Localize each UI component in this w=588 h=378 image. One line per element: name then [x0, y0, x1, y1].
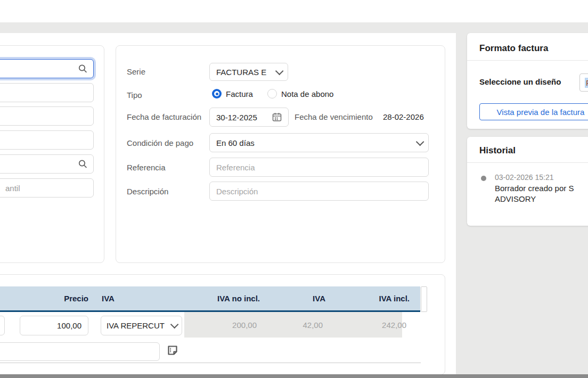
line-iva-select[interactable]: IVA REPERCUT — [101, 316, 182, 335]
line-note-input[interactable] — [0, 342, 160, 361]
chevron-down-icon — [416, 137, 424, 146]
condicion-pago-value: En 60 días — [216, 138, 255, 147]
col-iva-no-incl: IVA no incl. — [185, 286, 260, 310]
descripcion-label: Descripción — [127, 187, 168, 196]
historial-title: Historial — [479, 145, 516, 156]
customer-field-6[interactable]: antil — [0, 178, 94, 198]
search-icon — [78, 64, 87, 73]
table-scrollbar-gutter[interactable] — [421, 286, 427, 312]
tipo-factura-label: Factura — [226, 89, 253, 98]
divider — [467, 162, 588, 163]
referencia-input[interactable] — [209, 158, 429, 177]
search-icon — [78, 160, 87, 169]
formato-factura-title: Formato factura — [479, 43, 548, 54]
history-text-line2: ADVISORY — [495, 194, 536, 203]
serie-label: Serie — [127, 67, 145, 76]
radio-selected-icon — [212, 89, 222, 98]
col-iva: IVA — [102, 286, 134, 310]
fecha-vencimiento-label: Fecha de vencimiento — [295, 112, 373, 121]
col-iva-2: IVA — [251, 286, 325, 310]
radio-unselected-icon — [267, 89, 277, 98]
customer-search-input[interactable] — [0, 59, 94, 78]
descripcion-input[interactable] — [209, 182, 429, 201]
tipo-label: Tipo — [127, 91, 142, 100]
serie-select[interactable]: FACTURAS E — [209, 63, 288, 81]
col-precio: Precio — [35, 286, 88, 310]
col-iva-incl: IVA incl. — [335, 286, 410, 310]
preview-invoice-label: Vista previa de la factura — [497, 108, 585, 117]
preview-invoice-button[interactable]: Vista previa de la factura — [479, 103, 588, 120]
customer-field-3[interactable] — [0, 106, 94, 126]
line-cut-input[interactable] — [0, 316, 5, 335]
chevron-down-icon — [275, 67, 284, 75]
divider — [467, 60, 588, 61]
design-select-label: Seleccione un diseño — [479, 77, 561, 86]
condicion-pago-label: Condición de pago — [127, 138, 193, 147]
lines-table-header: Precio IVA IVA no incl. IVA IVA incl. — [0, 286, 420, 312]
tipo-nota-label: Nota de abono — [281, 89, 333, 98]
formato-factura-card: Formato factura Seleccione un diseño F V… — [467, 33, 588, 129]
fecha-facturacion-label: Fecha de facturación — [127, 112, 201, 121]
note-icon[interactable] — [167, 344, 178, 356]
history-text-line1: Borrador creado por S — [495, 184, 574, 193]
history-timestamp: 03-02-2026 15:21 — [495, 173, 554, 182]
line-computed-cells: 200,00 42,00 242,00 — [184, 312, 402, 338]
lines-bottom-divider — [0, 363, 421, 363]
design-select-button[interactable]: F — [579, 73, 588, 92]
calendar-icon[interactable] — [272, 112, 282, 122]
fecha-vencimiento-value: 28-02-2026 — [383, 112, 424, 121]
design-select-value: F — [585, 78, 588, 88]
historial-card: Historial 03-02-2026 15:21 Borrador crea… — [467, 137, 588, 226]
fecha-facturacion-input[interactable]: 30-12-2025 — [209, 108, 289, 127]
line-iva-value-amount: 42,00 — [259, 312, 323, 338]
customer-panel: antil — [0, 45, 104, 263]
line-iva-value: IVA REPERCUT — [107, 321, 165, 330]
tipo-radio-nota-abono[interactable]: Nota de abono — [267, 89, 333, 98]
condicion-pago-select[interactable]: En 60 días — [209, 133, 429, 152]
customer-field-6-text: antil — [5, 184, 20, 193]
customer-field-2[interactable] — [0, 83, 94, 102]
chevron-down-icon — [170, 321, 179, 329]
customer-search-input-2[interactable] — [0, 154, 94, 174]
line-iva-no-incl-value: 200,00 — [184, 312, 257, 338]
referencia-label: Referencia — [127, 163, 166, 172]
invoice-editor-screen: antil Serie FACTURAS E Tipo Factura Nota… — [0, 0, 588, 378]
line-iva-incl-value: 242,00 — [333, 312, 406, 338]
line-precio-input[interactable] — [20, 316, 88, 335]
invoice-lines-panel: Precio IVA IVA no incl. IVA IVA incl. IV… — [0, 274, 445, 375]
horizontal-scrollbar[interactable] — [0, 374, 588, 378]
serie-select-value: FACTURAS E — [216, 68, 266, 77]
customer-field-4[interactable] — [0, 130, 94, 150]
invoice-details-panel: Serie FACTURAS E Tipo Factura Nota de ab… — [116, 45, 445, 263]
history-dot-icon — [481, 176, 486, 181]
fecha-facturacion-value: 30-12-2025 — [216, 113, 257, 122]
tipo-radio-factura[interactable]: Factura — [212, 89, 253, 98]
